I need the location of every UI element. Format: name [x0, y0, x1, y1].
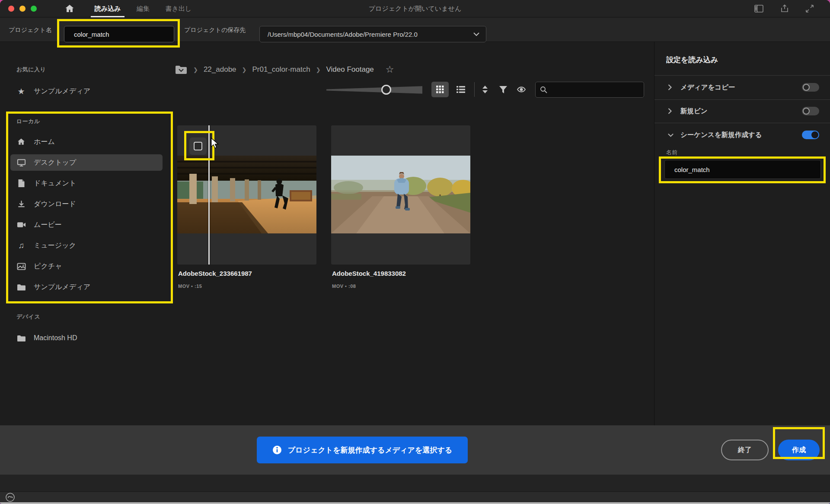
creative-cloud-icon[interactable] — [5, 492, 15, 502]
title-bar: 読み込み 編集 書き出し プロジェクトが開いていません — [0, 0, 830, 17]
quit-button[interactable]: 終了 — [721, 440, 769, 460]
sidebar-item-macintosh-hd[interactable]: Macintosh HD — [10, 330, 163, 346]
download-icon — [16, 199, 26, 209]
sidebar-item-movies[interactable]: ムービー — [10, 217, 163, 233]
panel-divider — [654, 75, 830, 76]
sidebar-item-pictures[interactable]: ピクチャ — [10, 258, 163, 274]
setting-row-new-bin[interactable]: 新規ビン — [654, 100, 830, 122]
import-settings-title: 設定を読み込み — [666, 55, 718, 65]
chevron-down-icon[interactable] — [667, 133, 679, 137]
breadcrumb: ❯ 22_adobe ❯ Pr01_color-match ❯ Video Fo… — [175, 62, 394, 77]
media-meta-1: MOV • :15 — [178, 284, 202, 289]
media-select-checkbox[interactable] — [194, 142, 202, 150]
favorites-section-header: お気に入り — [16, 66, 46, 73]
document-icon — [16, 179, 26, 188]
workspace-panel-icon[interactable] — [754, 4, 764, 13]
list-view-icon — [456, 86, 465, 93]
star-icon: ★ — [16, 86, 26, 96]
toggle-knob — [803, 84, 810, 91]
sidebar-item-music[interactable]: ♫ ミュージック — [10, 237, 163, 254]
media-card-2[interactable] — [331, 125, 470, 265]
music-note-icon: ♫ — [16, 241, 26, 250]
breadcrumb-separator: ❯ — [316, 67, 321, 73]
sidebar-item-desktop[interactable]: デスクトップ — [10, 154, 163, 171]
sidebar-item-sample-media-favorite[interactable]: ★ サンプルメディア — [10, 83, 163, 99]
tab-export[interactable]: 書き出し — [161, 0, 196, 17]
footer-bar: プロジェクトを新規作成するメディアを選択する 終了 作成 — [0, 425, 830, 475]
fullscreen-icon[interactable] — [805, 4, 814, 13]
home-tab-icon[interactable] — [64, 3, 75, 14]
share-icon[interactable] — [780, 4, 789, 13]
toolbar-divider — [474, 82, 475, 97]
preview-toggle-button[interactable] — [514, 82, 529, 97]
breadcrumb-item-video-footage[interactable]: Video Footage — [326, 65, 374, 74]
sidebar-item-documents[interactable]: ドキュメント — [10, 175, 163, 191]
import-settings-panel: 設定を読み込み メディアをコピー 新規ビン シーケンスを新規作成する 名前 — [654, 42, 830, 425]
setting-row-copy-media[interactable]: メディアをコピー — [654, 76, 830, 99]
filter-button[interactable] — [495, 82, 511, 97]
select-checkbox-area[interactable] — [189, 137, 207, 155]
search-box[interactable] — [535, 82, 644, 98]
setting-row-create-sequence[interactable]: シーケンスを新規作成する — [654, 124, 830, 146]
home-icon — [16, 137, 26, 147]
list-view-button[interactable] — [452, 82, 469, 97]
window-title: プロジェクトが開いていません — [329, 0, 501, 17]
local-section-header: ローカル — [16, 118, 40, 125]
sidebar-item-home[interactable]: ホーム — [10, 134, 163, 150]
media-card-1[interactable] — [177, 125, 316, 265]
zoom-window-button[interactable] — [31, 6, 37, 12]
sidebar-item-downloads[interactable]: ダウンロード — [10, 196, 163, 212]
breadcrumb-separator: ❯ — [242, 67, 247, 73]
project-location-label: プロジェクトの保存先 — [184, 18, 246, 42]
toggle-knob — [811, 131, 818, 138]
breadcrumb-folder-icon[interactable] — [175, 64, 188, 75]
sort-button[interactable] — [477, 82, 493, 97]
mouse-cursor-icon — [210, 137, 220, 149]
sidebar-item-sample-media[interactable]: サンプルメディア — [10, 279, 163, 295]
sequence-name-label: 名前 — [666, 149, 677, 156]
project-location-value: /Users/mbp04/Documents/Adobe/Premiere Pr… — [268, 31, 473, 38]
bottom-edge-strip — [0, 502, 830, 504]
video-thumbnail-dirt-road — [331, 156, 470, 233]
sequence-name-input[interactable] — [664, 160, 821, 179]
status-bar — [0, 491, 830, 502]
chevron-right-icon[interactable] — [667, 108, 679, 115]
search-input[interactable] — [551, 86, 637, 93]
folder-icon — [16, 282, 26, 292]
folder-icon — [16, 333, 26, 343]
project-location-dropdown[interactable]: /Users/mbp04/Documents/Adobe/Premiere Pr… — [259, 26, 486, 42]
project-settings-bar: プロジェクト名 プロジェクトの保存先 /Users/mbp04/Document… — [0, 18, 830, 42]
panel-divider — [654, 123, 830, 123]
thumbnail-size-slider-knob[interactable] — [381, 85, 391, 95]
project-name-input[interactable] — [64, 26, 174, 42]
thumbnail-size-slider[interactable] — [326, 86, 422, 94]
create-sequence-toggle[interactable] — [802, 131, 819, 139]
chevron-down-icon — [473, 32, 480, 36]
toggle-knob — [803, 108, 810, 115]
search-icon — [540, 86, 547, 93]
preview-scrubber[interactable] — [208, 125, 210, 265]
media-filename-2: AdobeStock_419833082 — [332, 270, 406, 277]
chevron-right-icon[interactable] — [667, 84, 679, 91]
create-button[interactable]: 作成 — [778, 440, 820, 460]
new-bin-toggle[interactable] — [802, 107, 819, 115]
copy-media-toggle[interactable] — [802, 83, 819, 92]
breadcrumb-item-pr01-color-match[interactable]: Pr01_color-match — [252, 65, 310, 74]
sort-icon — [482, 85, 488, 94]
minimize-window-button[interactable] — [19, 6, 26, 12]
tab-import[interactable]: 読み込み — [89, 0, 126, 17]
close-window-button[interactable] — [8, 6, 14, 12]
select-media-banner: プロジェクトを新規作成するメディアを選択する — [257, 437, 468, 463]
favorite-star-outline-icon[interactable]: ☆ — [386, 64, 394, 75]
media-meta-2: MOV • :08 — [332, 284, 356, 289]
tab-edit[interactable]: 編集 — [132, 0, 154, 17]
movie-camera-icon — [16, 220, 26, 230]
breadcrumb-item-22-adobe[interactable]: 22_adobe — [204, 65, 236, 74]
video-thumbnail-underpass — [177, 156, 316, 233]
eye-icon — [517, 86, 526, 93]
info-icon — [272, 445, 282, 455]
premiere-import-window: 読み込み 編集 書き出し プロジェクトが開いていません プロジェクト名 プロジェ… — [0, 0, 830, 504]
picture-icon — [16, 262, 26, 271]
devices-section-header: デバイス — [16, 313, 40, 321]
grid-view-button[interactable] — [431, 82, 449, 97]
